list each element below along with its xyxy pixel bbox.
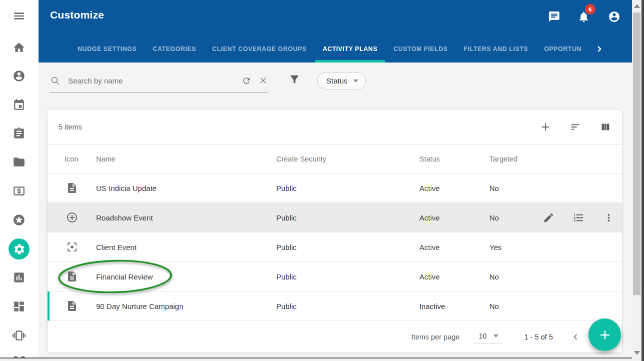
numbered-list-icon[interactable] — [573, 212, 584, 224]
table-row[interactable]: Roadshow Event Public Active No — [48, 203, 622, 232]
col-header-icon: Icon — [48, 155, 96, 163]
scroll-down-arrow-icon[interactable] — [634, 351, 640, 355]
status-filter-chip[interactable]: Status — [317, 72, 366, 90]
cell-name: Roadshow Event — [96, 214, 276, 222]
cell-create-security: Public — [276, 184, 419, 192]
cell-targeted: No — [489, 272, 543, 281]
menu-icon[interactable] — [13, 10, 26, 22]
settings-active-circle — [9, 238, 30, 260]
col-header-targeted: Targeted — [489, 155, 543, 163]
reports-icon[interactable] — [13, 271, 26, 284]
chat-icon[interactable] — [548, 10, 560, 23]
columns-icon[interactable] — [600, 122, 611, 132]
tab-opportunities[interactable]: OPPORTUN — [536, 35, 589, 62]
billing-icon[interactable] — [13, 184, 26, 198]
scrollbar-thumb[interactable] — [633, 12, 640, 295]
caret-down-icon — [493, 334, 498, 338]
home-icon[interactable] — [13, 41, 26, 54]
contacts-icon[interactable] — [13, 70, 26, 82]
table-row[interactable]: 90 Day Nurture Campaign Public Inactive … — [48, 292, 622, 321]
add-icon[interactable] — [540, 122, 551, 132]
document-icon — [48, 182, 96, 194]
search-icon — [50, 76, 61, 86]
cell-create-security: Public — [276, 272, 419, 281]
tab-filters-and-lists[interactable]: FILTERS AND LISTS — [456, 35, 536, 62]
clear-search-icon[interactable] — [259, 76, 268, 85]
cell-name: US Indicia Update — [96, 184, 276, 192]
filter-funnel-icon[interactable] — [289, 74, 300, 85]
window-right-edge — [641, 0, 644, 361]
col-header-create-security: Create Security — [276, 155, 419, 163]
activity-plans-card: 5 items Icon Name Create Security — [48, 110, 622, 352]
caret-down-icon — [353, 80, 358, 82]
sort-icon[interactable] — [570, 122, 581, 132]
app-window: Customize 6 NUDGE SETTINGS CATEGORIES CL… — [0, 0, 644, 361]
items-per-page-label: Items per page — [411, 333, 460, 341]
cell-status: Active — [419, 214, 489, 222]
refresh-icon[interactable] — [242, 76, 251, 86]
cell-targeted: No — [489, 184, 543, 192]
center-focus-icon — [48, 241, 96, 253]
items-per-page-value: 10 — [479, 332, 487, 340]
cell-targeted: Yes — [489, 243, 543, 252]
vertical-scrollbar — [632, 0, 644, 361]
notification-badge: 6 — [585, 4, 595, 14]
table-row[interactable]: US Indicia Update Public Active No — [48, 174, 622, 203]
tab-nudge-settings[interactable]: NUDGE SETTINGS — [70, 35, 145, 62]
more-vert-icon[interactable] — [603, 212, 614, 224]
plus-icon — [598, 328, 612, 342]
tabs-overflow-chevron-right-icon[interactable] — [594, 35, 604, 62]
left-sidebar — [0, 0, 39, 361]
status-chip-label: Status — [326, 76, 348, 85]
edit-pencil-icon[interactable] — [543, 212, 554, 224]
cell-status: Active — [419, 272, 489, 281]
avatar[interactable] — [608, 10, 620, 23]
table-row[interactable]: Client Event Public Active Yes — [48, 232, 622, 262]
tab-activity-plans[interactable]: ACTIVITY PLANS — [315, 35, 386, 62]
selected-row-accent-bar — [48, 292, 50, 320]
vibration-icon[interactable] — [13, 329, 26, 342]
pagination-range-label: 1 - 5 of 5 — [524, 333, 553, 341]
cell-name: Financial Review — [96, 272, 276, 281]
previous-page-chevron-left-icon[interactable] — [570, 332, 581, 342]
card-header-actions — [540, 122, 611, 132]
favorites-icon[interactable] — [13, 214, 26, 226]
cell-create-security: Public — [276, 243, 419, 252]
tab-categories[interactable]: CATEGORIES — [145, 35, 204, 62]
window-bottom-edge — [0, 358, 632, 361]
settings-icon-active[interactable] — [9, 238, 30, 260]
add-activity-plan-fab[interactable] — [588, 318, 621, 351]
card-header: 5 items — [48, 110, 622, 144]
scroll-up-arrow-icon[interactable] — [634, 4, 640, 8]
col-header-name: Name — [96, 155, 276, 163]
dashboard-icon[interactable] — [13, 300, 26, 313]
search-box — [50, 69, 268, 92]
tab-bar: NUDGE SETTINGS CATEGORIES CLIENT COVERAG… — [70, 35, 604, 62]
table-footer: Items per page 10 1 - 5 of 5 — [48, 321, 622, 352]
table-header-row: Icon Name Create Security Status Targete… — [48, 144, 622, 174]
items-per-page-select[interactable]: 10 — [473, 330, 502, 344]
cell-targeted: No — [489, 214, 543, 222]
clipped-bottom-icon — [12, 354, 27, 358]
folder-icon[interactable] — [13, 156, 26, 168]
tasks-icon[interactable] — [13, 127, 26, 140]
page-title: Customize — [50, 9, 104, 21]
cell-status: Active — [419, 243, 489, 252]
cell-create-security: Public — [276, 302, 419, 310]
tab-custom-fields[interactable]: CUSTOM FIELDS — [385, 35, 455, 62]
cell-status: Inactive — [419, 302, 489, 310]
document-icon — [48, 300, 96, 312]
cell-name: 90 Day Nurture Campaign — [96, 302, 276, 310]
row-actions — [543, 212, 626, 224]
tab-client-coverage-groups[interactable]: CLIENT COVERAGE GROUPS — [204, 35, 315, 62]
cell-status: Active — [419, 184, 489, 192]
col-header-status: Status — [419, 155, 489, 163]
table-row[interactable]: Financial Review Public Active No — [48, 262, 622, 292]
add-circle-icon — [48, 212, 96, 224]
search-input[interactable] — [67, 76, 234, 86]
main-content: Status 5 items — [39, 62, 632, 361]
cell-name: Client Event — [96, 243, 276, 252]
items-count-label: 5 items — [59, 123, 82, 131]
app-header: Customize 6 NUDGE SETTINGS CATEGORIES CL… — [39, 0, 632, 62]
calendar-icon[interactable] — [13, 98, 26, 112]
